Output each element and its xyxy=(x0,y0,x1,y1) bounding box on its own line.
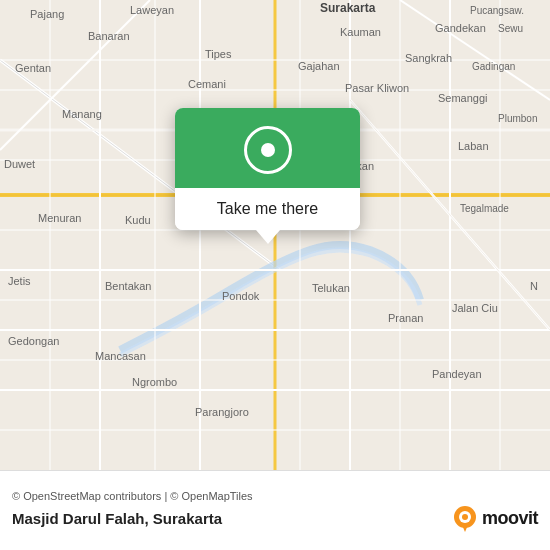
svg-text:Bentakan: Bentakan xyxy=(105,280,151,292)
svg-text:Menuran: Menuran xyxy=(38,212,81,224)
svg-text:Pondok: Pondok xyxy=(222,290,260,302)
svg-text:Manang: Manang xyxy=(62,108,102,120)
map-view[interactable]: Pajang Laweyan Surakarta Pucangsaw. Bana… xyxy=(0,0,550,470)
svg-marker-70 xyxy=(462,525,468,532)
svg-text:Kauman: Kauman xyxy=(340,26,381,38)
location-pin-icon xyxy=(244,126,292,174)
svg-text:Ngrombo: Ngrombo xyxy=(132,376,177,388)
svg-text:Gandekan: Gandekan xyxy=(435,22,486,34)
take-me-there-button[interactable]: Take me there xyxy=(175,188,360,230)
svg-text:Gentan: Gentan xyxy=(15,62,51,74)
svg-text:Parangjoro: Parangjoro xyxy=(195,406,249,418)
svg-text:Kudu: Kudu xyxy=(125,214,151,226)
place-name-label: Masjid Darul Falah, Surakarta xyxy=(12,510,222,527)
svg-text:Banaran: Banaran xyxy=(88,30,130,42)
svg-text:Laweyan: Laweyan xyxy=(130,4,174,16)
svg-text:Semanggi: Semanggi xyxy=(438,92,488,104)
svg-text:Tegalmade: Tegalmade xyxy=(460,203,509,214)
svg-text:Plumbon: Plumbon xyxy=(498,113,537,124)
svg-text:Sangkrah: Sangkrah xyxy=(405,52,452,64)
moovit-text: moovit xyxy=(482,508,538,529)
map-attribution: © OpenStreetMap contributors | © OpenMap… xyxy=(12,490,538,502)
svg-text:Pandeyan: Pandeyan xyxy=(432,368,482,380)
location-popup[interactable]: Take me there xyxy=(175,108,360,230)
svg-text:Surakarta: Surakarta xyxy=(320,1,376,15)
moovit-logo: moovit xyxy=(452,506,538,532)
popup-header xyxy=(175,108,360,188)
svg-point-69 xyxy=(462,514,468,520)
svg-text:N: N xyxy=(530,280,538,292)
svg-text:Jalan Ciu: Jalan Ciu xyxy=(452,302,498,314)
svg-text:Cemani: Cemani xyxy=(188,78,226,90)
svg-text:Pajang: Pajang xyxy=(30,8,64,20)
svg-text:Gadingan: Gadingan xyxy=(472,61,515,72)
svg-text:Gajahan: Gajahan xyxy=(298,60,340,72)
svg-text:Pranan: Pranan xyxy=(388,312,423,324)
bottom-row: Masjid Darul Falah, Surakarta moovit xyxy=(12,506,538,532)
svg-text:Mancasan: Mancasan xyxy=(95,350,146,362)
svg-text:Duwet: Duwet xyxy=(4,158,35,170)
svg-text:Pucangsaw.: Pucangsaw. xyxy=(470,5,524,16)
bottom-info-bar: © OpenStreetMap contributors | © OpenMap… xyxy=(0,470,550,550)
svg-text:Jetis: Jetis xyxy=(8,275,31,287)
svg-text:Pasar Kliwon: Pasar Kliwon xyxy=(345,82,409,94)
moovit-icon xyxy=(452,506,478,532)
svg-text:Laban: Laban xyxy=(458,140,489,152)
location-dot xyxy=(261,143,275,157)
svg-text:Sewu: Sewu xyxy=(498,23,523,34)
svg-text:Telukan: Telukan xyxy=(312,282,350,294)
svg-text:Gedongan: Gedongan xyxy=(8,335,59,347)
svg-text:Tipes: Tipes xyxy=(205,48,232,60)
